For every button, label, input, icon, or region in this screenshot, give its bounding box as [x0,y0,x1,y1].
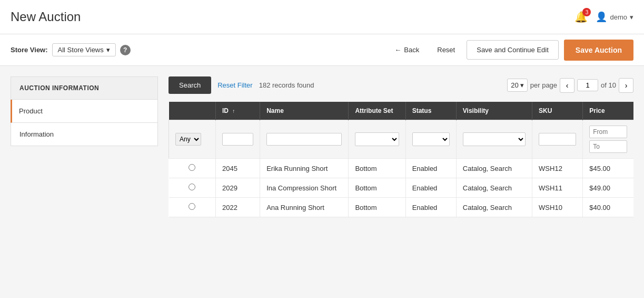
row-attr-set: Bottom [349,159,405,178]
filter-status-select[interactable] [412,132,450,146]
filter-price-from-input[interactable] [589,126,627,138]
col-header-price: Price [583,102,633,120]
per-page-label: per page [530,81,557,89]
product-table: ID ↑ Name Attribute Set Status Visibilit… [169,102,633,217]
row-attr-set: Bottom [349,198,405,217]
col-header-id[interactable]: ID ↑ [215,102,260,120]
filter-status-cell [405,120,456,159]
per-page-select[interactable]: 20 ▾ [507,79,527,92]
filter-row: Any [169,120,634,159]
pagination-section: 20 ▾ per page ‹ of 10 › [507,78,633,93]
page-total: of 10 [601,81,616,89]
filter-attr-select[interactable] [355,132,399,146]
table-row: 2045 Erika Running Short Bottom Enabled … [169,159,634,178]
row-select-cell [169,198,216,217]
toolbar: Store View: All Store Views ▾ ? ← Back R… [0,34,644,66]
filter-name-cell [260,120,349,159]
row-name: Ina Compression Short [260,178,349,198]
row-id: 2045 [215,159,260,178]
sidebar: AUCTION INFORMATION Product Information [11,76,158,285]
page-title: New Auction [11,9,81,24]
notification-badge: 3 [582,8,591,16]
col-header-name: Name [260,102,349,120]
row-sku: WSH10 [532,198,583,217]
row-radio-2022[interactable] [189,203,195,210]
row-name: Erika Running Short [260,159,349,178]
sidebar-item-information[interactable]: Information [11,123,158,146]
col-header-sku: SKU [532,102,583,120]
header-right: 🔔 3 👤 demo ▾ [574,11,633,23]
product-panel: Search Reset Filter 182 records found 20… [169,76,633,285]
filter-price-to-input[interactable] [589,140,627,153]
notification-bell[interactable]: 🔔 3 [574,11,588,23]
col-header-status: Status [405,102,456,120]
user-name: demo [610,13,627,21]
sidebar-item-label: Product [19,107,43,115]
row-visibility: Catalog, Search [456,178,532,198]
sidebar-section-title: AUCTION INFORMATION [11,76,158,100]
next-page-button[interactable]: › [619,78,633,93]
user-menu[interactable]: 👤 demo ▾ [596,11,633,23]
row-status: Enabled [405,159,456,178]
toolbar-actions: ← Back Reset Save and Continue Edit Save… [388,40,633,61]
filter-sku-cell [532,120,583,159]
row-status: Enabled [405,198,456,217]
filter-visibility-select[interactable] [463,132,526,146]
row-visibility: Catalog, Search [456,159,532,178]
save-auction-button[interactable]: Save Auction [564,40,633,61]
row-name: Ana Running Short [260,198,349,217]
filter-sku-input[interactable] [539,133,576,146]
user-icon: 👤 [596,11,607,23]
sidebar-item-label: Information [19,130,54,138]
filter-any-select[interactable]: Any [175,133,201,146]
per-page-value: 20 [511,81,518,89]
row-radio-2045[interactable] [189,164,195,171]
store-view-label: Store View: [11,46,48,54]
reset-filter-button[interactable]: Reset Filter [217,81,252,89]
prev-page-button[interactable]: ‹ [560,78,574,93]
records-found: 182 records found [259,81,314,89]
search-bar: Search Reset Filter 182 records found 20… [169,76,633,94]
row-select-cell [169,159,216,178]
save-continue-button[interactable]: Save and Continue Edit [467,40,559,60]
table-row: 2029 Ina Compression Short Bottom Enable… [169,178,634,198]
filter-id-cell [215,120,260,159]
row-sku: WSH12 [532,159,583,178]
store-view-section: Store View: All Store Views ▾ ? [11,43,388,56]
row-radio-2029[interactable] [189,184,195,190]
filter-attr-cell [349,120,405,159]
arrow-left-icon: ← [394,46,401,54]
reset-button[interactable]: Reset [431,42,461,58]
row-attr-set: Bottom [349,178,405,198]
row-id: 2029 [215,178,260,198]
top-header: New Auction 🔔 3 👤 demo ▾ [0,0,644,34]
filter-id-input[interactable] [222,133,253,146]
row-price: $45.00 [583,159,633,178]
filter-visibility-cell [456,120,532,159]
row-sku: WSH11 [532,178,583,198]
filter-any-cell: Any [169,120,216,159]
sidebar-item-product[interactable]: Product [11,100,158,123]
row-price: $40.00 [583,198,633,217]
page-input[interactable] [577,79,598,91]
sort-icon: ↑ [232,108,235,114]
store-view-value: All Store Views [58,46,104,54]
store-view-select[interactable]: All Store Views ▾ [52,43,116,56]
row-visibility: Catalog, Search [456,198,532,217]
col-header-select [169,102,216,120]
col-header-attribute-set: Attribute Set [349,102,405,120]
row-price: $49.00 [583,178,633,198]
row-status: Enabled [405,178,456,198]
table-row: 2022 Ana Running Short Bottom Enabled Ca… [169,198,634,217]
help-icon[interactable]: ? [120,45,131,55]
row-id: 2022 [215,198,260,217]
row-select-cell [169,178,216,198]
filter-name-input[interactable] [266,133,342,146]
back-button[interactable]: ← Back [388,42,425,58]
chevron-down-icon: ▾ [106,46,110,54]
chevron-down-icon: ▾ [520,81,524,89]
chevron-down-icon: ▾ [630,13,633,21]
col-header-visibility: Visibility [456,102,532,120]
search-button[interactable]: Search [169,76,211,94]
main-content: AUCTION INFORMATION Product Information … [0,66,644,295]
